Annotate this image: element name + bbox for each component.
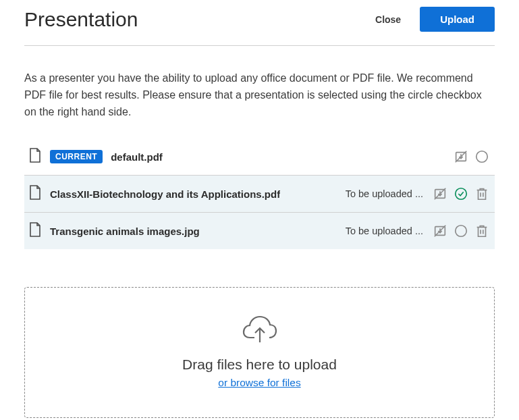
drop-text: Drag files here to upload <box>182 357 337 373</box>
description-text: As a presenter you have the ability to u… <box>24 70 495 120</box>
file-name: ClassXII-Biotechnology and its Applicati… <box>50 188 280 200</box>
select-circle-icon[interactable] <box>452 222 470 240</box>
file-status: To be uploaded ... <box>346 226 423 236</box>
download-disabled-icon[interactable] <box>452 148 470 165</box>
header-actions: Close Upload <box>375 7 495 32</box>
file-row-queued: ClassXII-Biotechnology and its Applicati… <box>24 176 495 213</box>
file-icon <box>28 184 42 203</box>
download-disabled-icon[interactable] <box>431 185 449 203</box>
svg-point-2 <box>476 151 488 163</box>
file-status: To be uploaded ... <box>346 188 423 199</box>
file-name: Transgenic animals images.jpg <box>50 226 200 237</box>
file-list: CURRENT default.pdf <box>24 138 495 249</box>
file-icon <box>28 221 42 240</box>
header: Presentation Close Upload <box>24 0 495 46</box>
file-row-queued: Transgenic animals images.jpg To be uplo… <box>24 213 495 249</box>
trash-icon[interactable] <box>473 222 491 240</box>
dropzone[interactable]: Drag files here to upload or browse for … <box>24 287 495 418</box>
svg-point-10 <box>456 226 467 237</box>
page-title: Presentation <box>24 8 138 31</box>
row-actions <box>452 148 491 165</box>
upload-button[interactable]: Upload <box>420 7 495 32</box>
current-badge: CURRENT <box>50 150 103 163</box>
browse-files-link[interactable]: or browse for files <box>218 377 300 389</box>
file-icon <box>28 147 42 166</box>
trash-icon[interactable] <box>473 185 491 203</box>
file-row-current: CURRENT default.pdf <box>24 138 495 176</box>
svg-point-5 <box>456 188 467 200</box>
row-actions <box>431 185 491 203</box>
download-disabled-icon[interactable] <box>431 222 449 240</box>
row-actions <box>431 222 491 240</box>
select-circle-icon[interactable] <box>473 148 491 165</box>
file-name: default.pdf <box>111 151 163 163</box>
select-check-icon[interactable] <box>452 185 470 203</box>
close-button[interactable]: Close <box>375 14 401 25</box>
cloud-upload-icon <box>241 315 279 347</box>
